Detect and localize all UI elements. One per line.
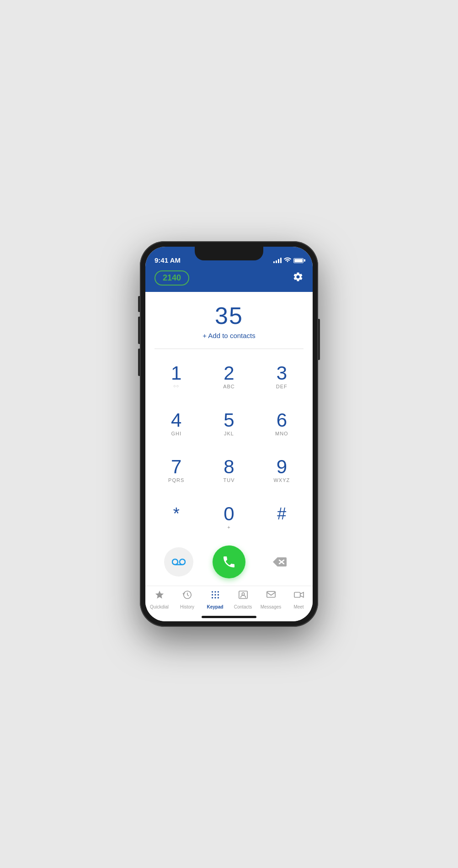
main-content: 35 + Add to contacts 1 ○○ 2 ABC 3 DEF <box>145 292 313 621</box>
svg-point-6 <box>211 591 213 593</box>
key-hash[interactable]: # <box>256 494 308 541</box>
keypad-grid: 1 ○○ 2 ABC 3 DEF 4 GHI 5 JKL <box>145 354 313 541</box>
divider <box>154 349 304 349</box>
settings-icon[interactable] <box>293 271 304 285</box>
key-7[interactable]: 7 PQRS <box>150 447 202 494</box>
svg-point-14 <box>217 597 218 598</box>
svg-point-0 <box>172 559 178 565</box>
voicemail-button[interactable] <box>164 547 193 577</box>
key-5[interactable]: 5 JKL <box>202 401 255 447</box>
bottom-nav: Quickdial History <box>145 586 313 612</box>
history-icon <box>182 590 192 603</box>
home-bar <box>202 616 256 618</box>
key-0[interactable]: 0 + <box>202 494 255 541</box>
quickdial-icon <box>154 590 165 603</box>
side-button-silent <box>138 296 140 312</box>
svg-point-11 <box>217 594 218 595</box>
svg-point-10 <box>214 594 216 595</box>
call-button[interactable] <box>213 545 245 578</box>
nav-contacts-label: Contacts <box>234 604 252 609</box>
dial-number: 35 <box>154 303 304 329</box>
nav-meet-label: Meet <box>293 604 304 609</box>
key-2[interactable]: 2 ABC <box>202 354 255 400</box>
action-row <box>145 541 313 586</box>
signal-icon <box>273 258 282 263</box>
status-icons <box>273 257 304 264</box>
svg-point-9 <box>211 594 213 595</box>
nav-meet[interactable]: Meet <box>287 590 311 609</box>
svg-rect-15 <box>239 591 247 599</box>
key-8[interactable]: 8 TUV <box>202 447 255 494</box>
nav-keypad-label: Keypad <box>207 604 223 609</box>
nav-quickdial-label: Quickdial <box>150 604 169 609</box>
side-button-vol-up <box>138 317 140 344</box>
add-to-contacts-button[interactable]: + Add to contacts <box>154 332 304 339</box>
svg-point-7 <box>214 591 216 593</box>
nav-contacts[interactable]: Contacts <box>231 590 255 609</box>
key-3[interactable]: 3 DEF <box>256 354 308 400</box>
contacts-icon <box>238 590 248 603</box>
app-header: 2140 <box>145 267 313 292</box>
extension-badge[interactable]: 2140 <box>154 270 189 286</box>
nav-messages[interactable]: Messages <box>259 590 283 609</box>
svg-point-8 <box>217 591 218 593</box>
key-star[interactable]: * <box>150 494 202 541</box>
key-4[interactable]: 4 GHI <box>150 401 202 447</box>
svg-rect-17 <box>266 592 275 598</box>
svg-rect-18 <box>294 593 300 598</box>
nav-messages-label: Messages <box>261 604 282 609</box>
keypad-icon <box>210 590 220 603</box>
side-button-power <box>318 319 320 360</box>
svg-point-12 <box>211 597 213 598</box>
home-indicator <box>145 612 313 621</box>
nav-keypad[interactable]: Keypad <box>203 590 227 609</box>
meet-icon <box>294 590 304 603</box>
notch <box>195 247 263 260</box>
key-6[interactable]: 6 MNO <box>256 401 308 447</box>
key-9[interactable]: 9 WXYZ <box>256 447 308 494</box>
wifi-icon <box>284 257 291 264</box>
svg-point-1 <box>180 559 185 565</box>
phone-screen: 9:41 AM <box>145 247 313 621</box>
messages-icon <box>266 590 276 603</box>
key-1[interactable]: 1 ○○ <box>150 354 202 400</box>
side-button-vol-down <box>138 349 140 376</box>
nav-history[interactable]: History <box>176 590 199 609</box>
battery-icon <box>293 258 304 263</box>
nav-quickdial[interactable]: Quickdial <box>148 590 171 609</box>
dial-display: 35 + Add to contacts <box>145 292 313 344</box>
phone-frame: 9:41 AM <box>140 241 318 627</box>
svg-point-13 <box>214 597 216 598</box>
delete-button[interactable] <box>265 547 294 577</box>
nav-history-label: History <box>180 604 194 609</box>
